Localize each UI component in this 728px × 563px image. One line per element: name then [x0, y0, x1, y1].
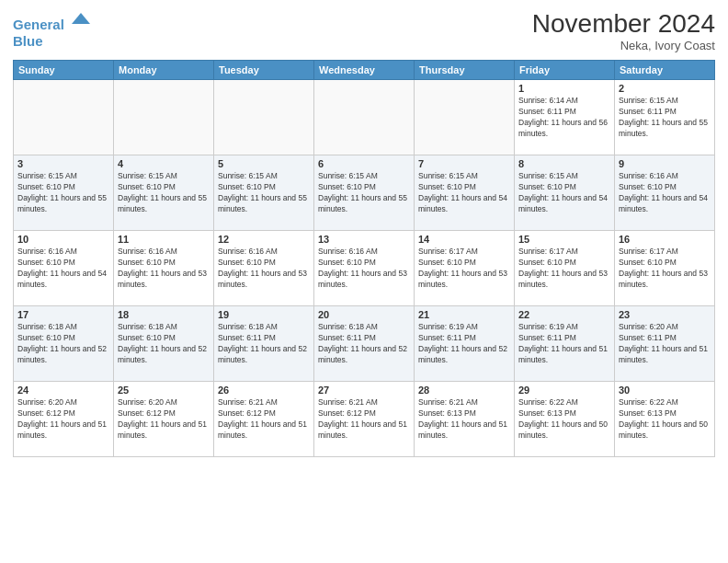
day-number: 18 [118, 309, 210, 320]
header-monday: Monday [114, 61, 214, 80]
day-number: 16 [619, 234, 711, 245]
day-cell: 13Sunrise: 6:16 AMSunset: 6:10 PMDayligh… [314, 231, 415, 306]
day-info: Sunrise: 6:15 AMSunset: 6:10 PMDaylight:… [17, 171, 109, 215]
day-number: 20 [318, 309, 410, 320]
logo-text: General [13, 9, 92, 33]
day-info: Sunrise: 6:15 AMSunset: 6:10 PMDaylight:… [118, 171, 210, 215]
week-row-2: 10Sunrise: 6:16 AMSunset: 6:10 PMDayligh… [14, 231, 715, 306]
logo-blue: Blue [13, 33, 92, 50]
day-number: 8 [518, 158, 610, 169]
day-cell: 2Sunrise: 6:15 AMSunset: 6:11 PMDaylight… [615, 80, 715, 155]
day-number: 29 [518, 385, 610, 396]
day-number: 4 [118, 158, 210, 169]
day-number: 24 [17, 385, 109, 396]
day-info: Sunrise: 6:18 AMSunset: 6:11 PMDaylight:… [318, 322, 410, 366]
day-info: Sunrise: 6:18 AMSunset: 6:10 PMDaylight:… [118, 322, 210, 366]
week-row-0: 1Sunrise: 6:14 AMSunset: 6:11 PMDaylight… [14, 80, 715, 155]
day-number: 11 [118, 234, 210, 245]
day-cell: 19Sunrise: 6:18 AMSunset: 6:11 PMDayligh… [214, 306, 314, 382]
day-info: Sunrise: 6:19 AMSunset: 6:11 PMDaylight:… [418, 322, 510, 366]
day-info: Sunrise: 6:15 AMSunset: 6:10 PMDaylight:… [518, 171, 610, 215]
logo-general: General [13, 17, 64, 32]
day-number: 19 [218, 309, 310, 320]
day-cell: 17Sunrise: 6:18 AMSunset: 6:10 PMDayligh… [14, 306, 114, 382]
day-cell [114, 80, 214, 155]
day-info: Sunrise: 6:15 AMSunset: 6:10 PMDaylight:… [218, 171, 310, 215]
day-info: Sunrise: 6:21 AMSunset: 6:13 PMDaylight:… [418, 397, 510, 442]
day-number: 1 [518, 83, 610, 94]
header-wednesday: Wednesday [314, 61, 415, 80]
day-cell: 25Sunrise: 6:20 AMSunset: 6:12 PMDayligh… [114, 382, 214, 457]
calendar: SundayMondayTuesdayWednesdayThursdayFrid… [13, 60, 715, 457]
day-cell [214, 80, 314, 155]
day-number: 22 [518, 309, 610, 320]
day-cell: 23Sunrise: 6:20 AMSunset: 6:11 PMDayligh… [615, 306, 715, 382]
day-cell: 22Sunrise: 6:19 AMSunset: 6:11 PMDayligh… [515, 306, 615, 382]
day-info: Sunrise: 6:16 AMSunset: 6:10 PMDaylight:… [619, 171, 711, 215]
logo: General Blue [13, 9, 92, 50]
week-row-1: 3Sunrise: 6:15 AMSunset: 6:10 PMDaylight… [14, 155, 715, 231]
header-sunday: Sunday [14, 61, 114, 80]
day-number: 10 [17, 234, 109, 245]
day-number: 15 [518, 234, 610, 245]
day-cell: 1Sunrise: 6:14 AMSunset: 6:11 PMDaylight… [515, 80, 615, 155]
day-cell: 11Sunrise: 6:16 AMSunset: 6:10 PMDayligh… [114, 231, 214, 306]
day-cell: 6Sunrise: 6:15 AMSunset: 6:10 PMDaylight… [314, 155, 415, 231]
svg-marker-0 [72, 13, 90, 24]
day-cell: 3Sunrise: 6:15 AMSunset: 6:10 PMDaylight… [14, 155, 114, 231]
week-row-3: 17Sunrise: 6:18 AMSunset: 6:10 PMDayligh… [14, 306, 715, 382]
day-cell [14, 80, 114, 155]
day-info: Sunrise: 6:21 AMSunset: 6:12 PMDaylight:… [318, 397, 410, 442]
day-cell: 12Sunrise: 6:16 AMSunset: 6:10 PMDayligh… [214, 231, 314, 306]
day-cell: 16Sunrise: 6:17 AMSunset: 6:10 PMDayligh… [615, 231, 715, 306]
day-info: Sunrise: 6:22 AMSunset: 6:13 PMDaylight:… [619, 397, 711, 442]
day-cell: 20Sunrise: 6:18 AMSunset: 6:11 PMDayligh… [314, 306, 415, 382]
day-number: 5 [218, 158, 310, 169]
day-cell: 30Sunrise: 6:22 AMSunset: 6:13 PMDayligh… [615, 382, 715, 457]
day-number: 13 [318, 234, 410, 245]
header-friday: Friday [515, 61, 615, 80]
day-info: Sunrise: 6:16 AMSunset: 6:10 PMDaylight:… [17, 247, 109, 291]
day-number: 26 [218, 385, 310, 396]
page: General Blue November 2024 Neka, Ivory C… [0, 0, 728, 563]
day-number: 6 [318, 158, 410, 169]
day-info: Sunrise: 6:14 AMSunset: 6:11 PMDaylight:… [518, 96, 610, 140]
day-cell: 4Sunrise: 6:15 AMSunset: 6:10 PMDaylight… [114, 155, 214, 231]
day-number: 27 [318, 385, 410, 396]
day-cell: 9Sunrise: 6:16 AMSunset: 6:10 PMDaylight… [615, 155, 715, 231]
day-number: 25 [118, 385, 210, 396]
day-info: Sunrise: 6:22 AMSunset: 6:13 PMDaylight:… [518, 397, 610, 442]
day-cell: 24Sunrise: 6:20 AMSunset: 6:12 PMDayligh… [14, 382, 114, 457]
day-info: Sunrise: 6:17 AMSunset: 6:10 PMDaylight:… [619, 247, 711, 291]
day-cell: 10Sunrise: 6:16 AMSunset: 6:10 PMDayligh… [14, 231, 114, 306]
day-number: 7 [418, 158, 510, 169]
day-info: Sunrise: 6:18 AMSunset: 6:10 PMDaylight:… [17, 322, 109, 366]
day-info: Sunrise: 6:20 AMSunset: 6:12 PMDaylight:… [118, 397, 210, 442]
day-number: 12 [218, 234, 310, 245]
day-info: Sunrise: 6:19 AMSunset: 6:11 PMDaylight:… [518, 322, 610, 366]
calendar-header-row: SundayMondayTuesdayWednesdayThursdayFrid… [14, 61, 715, 80]
day-number: 9 [619, 158, 711, 169]
day-cell: 8Sunrise: 6:15 AMSunset: 6:10 PMDaylight… [515, 155, 615, 231]
day-number: 14 [418, 234, 510, 245]
logo-icon [70, 7, 92, 29]
day-info: Sunrise: 6:20 AMSunset: 6:12 PMDaylight:… [17, 397, 109, 442]
location: Neka, Ivory Coast [532, 39, 715, 52]
day-number: 17 [17, 309, 109, 320]
day-number: 2 [619, 83, 711, 94]
day-cell: 7Sunrise: 6:15 AMSunset: 6:10 PMDaylight… [415, 155, 515, 231]
day-cell: 21Sunrise: 6:19 AMSunset: 6:11 PMDayligh… [415, 306, 515, 382]
day-info: Sunrise: 6:17 AMSunset: 6:10 PMDaylight:… [518, 247, 610, 291]
title-block: November 2024 Neka, Ivory Coast [532, 9, 715, 52]
day-number: 21 [418, 309, 510, 320]
header: General Blue November 2024 Neka, Ivory C… [13, 9, 715, 52]
day-number: 3 [17, 158, 109, 169]
day-cell: 28Sunrise: 6:21 AMSunset: 6:13 PMDayligh… [415, 382, 515, 457]
day-number: 28 [418, 385, 510, 396]
day-cell: 14Sunrise: 6:17 AMSunset: 6:10 PMDayligh… [415, 231, 515, 306]
day-number: 30 [619, 385, 711, 396]
day-cell: 15Sunrise: 6:17 AMSunset: 6:10 PMDayligh… [515, 231, 615, 306]
day-info: Sunrise: 6:15 AMSunset: 6:10 PMDaylight:… [418, 171, 510, 215]
day-info: Sunrise: 6:16 AMSunset: 6:10 PMDaylight:… [118, 247, 210, 291]
day-cell: 5Sunrise: 6:15 AMSunset: 6:10 PMDaylight… [214, 155, 314, 231]
